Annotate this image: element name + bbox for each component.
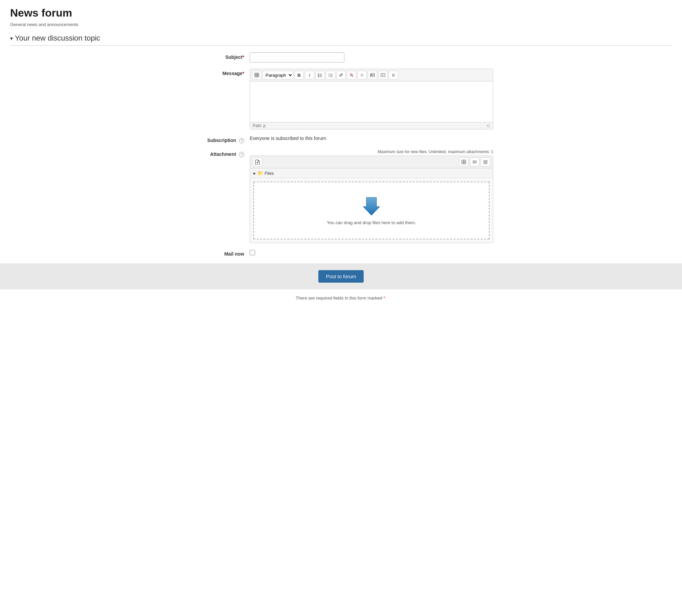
collapse-arrow-icon[interactable]: ▾ — [10, 35, 13, 42]
file-dropzone[interactable]: You can drag and drop files here to add … — [253, 182, 490, 239]
dropzone-text: You can drag and drop files here to add … — [327, 220, 416, 225]
required-star: * — [383, 295, 385, 301]
subscription-label: Subscription ? — [189, 136, 250, 143]
subject-required-marker: * — [243, 54, 244, 60]
svg-marker-35 — [363, 197, 380, 215]
rich-text-editor[interactable]: Paragraph B I — [250, 69, 493, 129]
mail-now-label: Mail now — [189, 249, 250, 257]
insert-media-button[interactable] — [378, 71, 388, 79]
svg-rect-26 — [462, 162, 463, 164]
mail-now-checkbox[interactable] — [250, 250, 255, 255]
svg-point-19 — [371, 74, 372, 75]
link-button[interactable] — [336, 71, 346, 79]
detail-view-button[interactable] — [481, 158, 490, 166]
subject-field-wrap — [250, 52, 493, 63]
editor-path: Path: p — [253, 123, 266, 128]
svg-text:3.: 3. — [328, 75, 330, 77]
svg-rect-27 — [464, 162, 466, 164]
subscription-value-wrap: Everyone is subscribed to this forum — [250, 136, 493, 141]
svg-rect-25 — [464, 160, 466, 162]
attachment-label: Attachment ? — [189, 149, 250, 157]
required-note: There are required fields in this form m… — [10, 295, 672, 301]
resize-handle-icon[interactable]: ⋲ — [486, 123, 490, 128]
message-editor-body[interactable] — [250, 81, 493, 122]
attachment-help-icon[interactable]: ? — [239, 152, 244, 157]
grid-view-button[interactable] — [459, 158, 469, 166]
strikethrough-button[interactable]: S — [357, 71, 367, 79]
attachment-info: Maximum size for new files: Unlimited, m… — [250, 149, 493, 154]
file-tree: ▶ 📁 Files — [250, 168, 493, 178]
table-icon-button[interactable] — [252, 71, 262, 79]
subscription-help-icon[interactable]: ? — [239, 138, 244, 143]
svg-rect-0 — [255, 73, 259, 77]
svg-rect-24 — [462, 160, 463, 162]
insert-image-button[interactable] — [368, 71, 377, 79]
section-header: ▾ Your new discussion topic — [10, 34, 672, 46]
message-label: Message* — [189, 69, 250, 76]
svg-point-7 — [318, 76, 319, 77]
unlink-button[interactable] — [347, 71, 356, 79]
ordered-list-button[interactable]: 1. 2. 3. — [326, 71, 335, 79]
drop-arrow-icon — [361, 196, 382, 216]
subject-input[interactable] — [250, 52, 344, 63]
files-folder-row[interactable]: ▶ 📁 Files — [253, 170, 490, 176]
file-view-options — [459, 158, 490, 166]
subscription-row: Subscription ? Everyone is subscribed to… — [189, 136, 493, 143]
editor-toolbar: Paragraph B I — [250, 69, 493, 81]
paragraph-select[interactable]: Paragraph — [263, 71, 293, 79]
mail-now-wrap — [250, 249, 493, 256]
form-footer: Post to forum — [0, 263, 682, 289]
unordered-list-button[interactable] — [315, 71, 325, 79]
page-title: News forum — [10, 7, 672, 19]
attachment-row: Attachment ? Maximum size for new files:… — [189, 149, 493, 243]
forum-subtitle: General news and announcements — [10, 22, 672, 27]
folder-expand-icon: ▶ — [253, 171, 256, 175]
list-view-button[interactable] — [470, 158, 479, 166]
message-row: Message* — [189, 69, 493, 129]
special-char-button[interactable]: Ω — [389, 71, 398, 79]
add-file-button[interactable] — [253, 158, 262, 166]
new-topic-form: Subject* Message* — [189, 52, 493, 257]
svg-point-5 — [318, 74, 319, 74]
file-picker: ▶ 📁 Files Y — [250, 156, 493, 243]
files-folder-label: Files — [265, 171, 274, 176]
mail-now-row: Mail now — [189, 249, 493, 257]
file-picker-toolbar — [250, 156, 493, 168]
subscription-text: Everyone is subscribed to this forum — [250, 134, 326, 141]
folder-icon: 📁 — [257, 170, 263, 176]
attachment-wrap: Maximum size for new files: Unlimited, m… — [250, 149, 493, 243]
message-field-wrap: Paragraph B I — [250, 69, 493, 129]
subject-row: Subject* — [189, 52, 493, 63]
svg-point-6 — [318, 75, 319, 76]
svg-marker-21 — [382, 74, 384, 76]
message-required-marker: * — [243, 71, 244, 76]
bold-button[interactable]: B — [294, 71, 304, 79]
italic-button[interactable]: I — [305, 71, 314, 79]
editor-statusbar: Path: p ⋲ — [250, 122, 493, 129]
section-title: Your new discussion topic — [15, 34, 100, 43]
post-to-forum-button[interactable]: Post to forum — [318, 270, 363, 283]
subject-label: Subject* — [189, 52, 250, 60]
file-picker-actions — [253, 158, 262, 166]
